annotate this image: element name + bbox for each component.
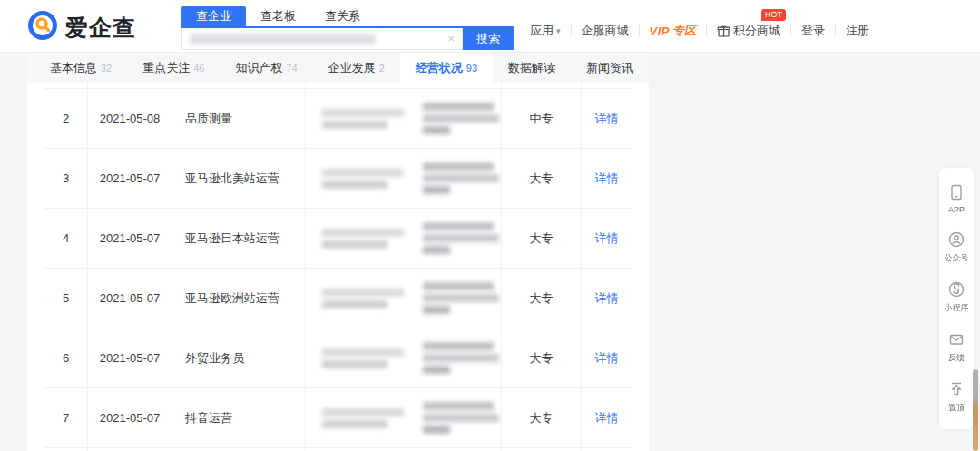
tab-company-development[interactable]: 企业发展 2 (313, 53, 400, 83)
action-cell: 详情 (582, 388, 632, 447)
redacted-search-text (190, 34, 376, 44)
redacted-cell (417, 89, 502, 148)
table-row: 2 2021-05-08 品质测量 中专 详情 (44, 89, 632, 149)
mini-program-label: 小程序 (945, 302, 969, 314)
apps-menu[interactable]: 应用 ▾ (530, 23, 561, 39)
publish-date-cell: 2021-05-07 (88, 209, 172, 268)
detail-link[interactable]: 详情 (595, 410, 619, 426)
vip-suffix-label: 专区 (672, 23, 696, 39)
search-button[interactable]: 搜索 (463, 28, 514, 50)
education-cell: 大专 (502, 388, 582, 447)
detail-link[interactable]: 详情 (595, 290, 619, 307)
row-index: 7 (63, 411, 69, 425)
mall-label: 企服商城 (582, 23, 629, 39)
row-index-cell: 5 (44, 269, 88, 328)
redacted-cell (417, 209, 502, 268)
detail-link[interactable]: 详情 (595, 230, 619, 247)
floating-side-toolbar: APP 公众号 小程序 反馈 (939, 168, 974, 429)
login-link[interactable]: 登录 (801, 23, 825, 39)
publish-date: 2021-05-07 (100, 291, 161, 305)
tab-data-interpretation[interactable]: 数据解读 (493, 53, 571, 83)
publish-date-cell: 2021-05-07 (88, 149, 172, 208)
aiqicha-logo[interactable]: 爱企查 (27, 10, 136, 44)
publish-date: 2021-05-07 (100, 351, 161, 365)
tab-count: 46 (193, 63, 204, 74)
caret-down-icon: ▾ (556, 26, 561, 35)
redacted-cell (306, 269, 417, 328)
tab-label: 新闻资讯 (586, 60, 633, 76)
redacted-cell (417, 149, 502, 208)
vip-zone-link[interactable]: VIP 专区 (650, 23, 696, 39)
table-row: 5 2021-05-07 亚马逊欧洲站运营 大专 详情 (44, 269, 632, 328)
detail-link[interactable]: 详情 (595, 111, 619, 127)
table-row: 7 2021-05-07 抖音运营 大专 详情 (44, 388, 632, 448)
divider (835, 25, 836, 36)
feedback-mail-icon (947, 330, 965, 348)
position-name: 亚马逊欧洲站运营 (185, 290, 279, 307)
action-cell: 详情 (582, 89, 632, 148)
official-account-label: 公众号 (945, 252, 969, 264)
tab-news[interactable]: 新闻资讯 (571, 53, 649, 83)
row-index-cell: 3 (44, 149, 88, 208)
points-label: 积分商城 (733, 23, 780, 39)
header-utility-nav: 应用 ▾ 企服商城 VIP 专区 积分商城 HOT (530, 20, 869, 42)
page-scrollbar[interactable] (973, 369, 978, 451)
action-cell: 详情 (582, 328, 632, 387)
divider (706, 25, 707, 36)
search-input[interactable]: × (181, 28, 463, 50)
tab-label: 企业发展 (328, 60, 376, 76)
back-to-top-label: 置顶 (948, 402, 965, 414)
action-cell: 详情 (582, 209, 632, 268)
education-cell: 大专 (502, 328, 582, 387)
feedback-button[interactable]: 反馈 (939, 322, 974, 372)
mini-program-button[interactable]: 小程序 (939, 272, 974, 322)
tab-key-focus[interactable]: 重点关注 46 (127, 53, 220, 83)
gift-icon (717, 25, 730, 38)
redacted-cell (306, 209, 417, 268)
publish-date: 2021-05-08 (100, 112, 161, 125)
row-index-cell: 2 (44, 89, 88, 148)
education-level: 大专 (530, 171, 554, 187)
points-mall-link[interactable]: 积分商城 HOT (717, 23, 780, 39)
education-level: 大专 (530, 290, 554, 307)
back-to-top-button[interactable]: 置顶 (939, 372, 974, 422)
row-index: 4 (63, 231, 69, 245)
tab-label: 知识产权 (235, 60, 282, 76)
search-tab-boss[interactable]: 查老板 (246, 6, 310, 26)
app-download-button[interactable]: APP (939, 175, 974, 222)
education-level: 大专 (530, 230, 554, 247)
section-tabs: 基本信息 32 重点关注 46 知识产权 74 企业发展 2 经营状况 93 数… (27, 53, 649, 83)
position-name: 亚马逊日本站运营 (185, 230, 279, 247)
education-cell: 大专 (502, 269, 582, 328)
tab-basic-info[interactable]: 基本信息 32 (34, 53, 127, 83)
publish-date: 2021-05-07 (100, 172, 161, 185)
education-cell: 大专 (502, 209, 582, 268)
logo-text: 爱企查 (65, 13, 136, 43)
redacted-cell (306, 328, 417, 387)
vip-label: VIP (650, 25, 670, 38)
publish-date: 2021-05-07 (100, 231, 161, 245)
education-level: 大专 (530, 350, 554, 367)
publish-date-cell: 2021-05-08 (88, 89, 172, 148)
search-tab-relation[interactable]: 查关系 (310, 6, 375, 26)
feedback-label: 反馈 (948, 352, 965, 364)
detail-link[interactable]: 详情 (595, 171, 619, 187)
tab-count: 2 (379, 63, 385, 74)
search-tab-company[interactable]: 查企业 (181, 6, 246, 26)
content-card: 2 2021-05-08 品质测量 中专 详情 3 2021-05-07 亚马逊… (27, 83, 649, 451)
row-index-cell: 7 (44, 388, 88, 447)
clear-icon[interactable]: × (447, 32, 455, 46)
publish-date-cell: 2021-05-07 (88, 269, 172, 328)
tab-operating-status[interactable]: 经营状况 93 (400, 53, 493, 83)
mini-program-icon (947, 280, 965, 299)
official-account-button[interactable]: 公众号 (939, 222, 974, 272)
tab-label: 基本信息 (50, 60, 97, 76)
register-link[interactable]: 注册 (846, 23, 869, 39)
enterprise-mall-link[interactable]: 企服商城 (582, 23, 629, 39)
tab-intellectual-property[interactable]: 知识产权 74 (220, 53, 312, 83)
education-cell: 大专 (502, 149, 582, 208)
detail-link[interactable]: 详情 (595, 350, 619, 367)
table-row: 6 2021-05-07 外贸业务员 大专 详情 (44, 328, 632, 388)
redacted-cell (417, 328, 502, 387)
row-index-cell: 4 (44, 209, 88, 268)
